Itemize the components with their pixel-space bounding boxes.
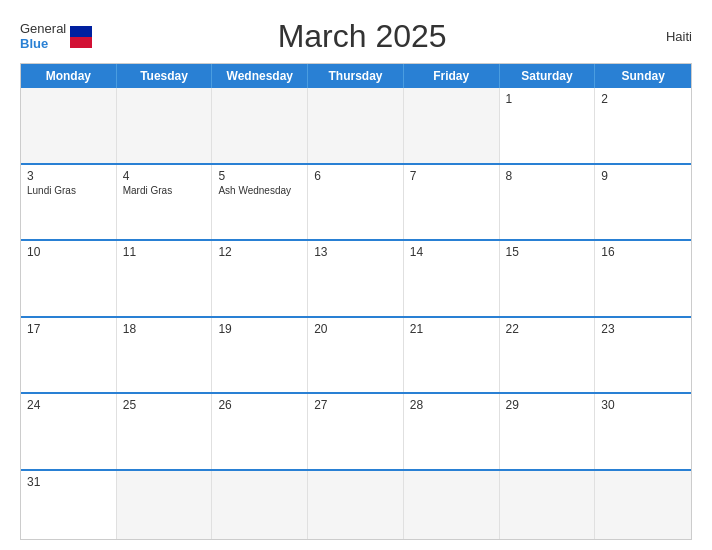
day-number: 30 (601, 398, 685, 412)
cal-cell-r1c0: 3Lundi Gras (21, 165, 117, 240)
event-label: Ash Wednesday (218, 185, 301, 196)
cal-cell-r1c6: 9 (595, 165, 691, 240)
cal-cell-r4c2: 26 (212, 394, 308, 469)
cal-cell-r3c1: 18 (117, 318, 213, 393)
day-number: 20 (314, 322, 397, 336)
cal-cell-r0c2 (212, 88, 308, 163)
cal-cell-r2c0: 10 (21, 241, 117, 316)
cal-cell-r0c3 (308, 88, 404, 163)
cal-cell-r5c1 (117, 471, 213, 539)
day-number: 14 (410, 245, 493, 259)
header: General Blue March 2025 Haiti (20, 18, 692, 55)
logo: General Blue (20, 22, 92, 51)
event-label: Lundi Gras (27, 185, 110, 196)
day-number: 10 (27, 245, 110, 259)
cal-cell-r0c5: 1 (500, 88, 596, 163)
day-number: 7 (410, 169, 493, 183)
logo-blue-text: Blue (20, 37, 66, 51)
cal-cell-r3c6: 23 (595, 318, 691, 393)
day-number: 2 (601, 92, 685, 106)
svg-rect-1 (70, 37, 92, 48)
day-number: 19 (218, 322, 301, 336)
cal-header-thursday: Thursday (308, 64, 404, 88)
cal-header-sunday: Sunday (595, 64, 691, 88)
cal-header-monday: Monday (21, 64, 117, 88)
cal-cell-r4c4: 28 (404, 394, 500, 469)
cal-cell-r2c4: 14 (404, 241, 500, 316)
day-number: 9 (601, 169, 685, 183)
cal-cell-r4c6: 30 (595, 394, 691, 469)
calendar-row-4: 24252627282930 (21, 392, 691, 469)
country-label: Haiti (632, 29, 692, 44)
calendar-row-1: 3Lundi Gras4Mardi Gras5Ash Wednesday6789 (21, 163, 691, 240)
cal-cell-r1c5: 8 (500, 165, 596, 240)
calendar: MondayTuesdayWednesdayThursdayFridaySatu… (20, 63, 692, 540)
cal-cell-r1c1: 4Mardi Gras (117, 165, 213, 240)
cal-cell-r0c4 (404, 88, 500, 163)
cal-cell-r2c2: 12 (212, 241, 308, 316)
cal-header-tuesday: Tuesday (117, 64, 213, 88)
page: General Blue March 2025 Haiti MondayTues… (0, 0, 712, 550)
cal-cell-r5c0: 31 (21, 471, 117, 539)
day-number: 6 (314, 169, 397, 183)
day-number: 11 (123, 245, 206, 259)
cal-cell-r5c6 (595, 471, 691, 539)
calendar-row-0: 12 (21, 88, 691, 163)
cal-cell-r4c3: 27 (308, 394, 404, 469)
day-number: 16 (601, 245, 685, 259)
day-number: 24 (27, 398, 110, 412)
cal-cell-r0c6: 2 (595, 88, 691, 163)
day-number: 31 (27, 475, 110, 489)
cal-cell-r0c1 (117, 88, 213, 163)
cal-cell-r2c6: 16 (595, 241, 691, 316)
cal-cell-r2c3: 13 (308, 241, 404, 316)
day-number: 22 (506, 322, 589, 336)
cal-cell-r3c0: 17 (21, 318, 117, 393)
cal-cell-r4c5: 29 (500, 394, 596, 469)
day-number: 13 (314, 245, 397, 259)
cal-cell-r5c2 (212, 471, 308, 539)
cal-cell-r2c5: 15 (500, 241, 596, 316)
cal-cell-r1c4: 7 (404, 165, 500, 240)
day-number: 12 (218, 245, 301, 259)
logo-general-text: General (20, 22, 66, 36)
cal-cell-r1c3: 6 (308, 165, 404, 240)
calendar-row-3: 17181920212223 (21, 316, 691, 393)
day-number: 17 (27, 322, 110, 336)
day-number: 15 (506, 245, 589, 259)
day-number: 21 (410, 322, 493, 336)
cal-cell-r3c3: 20 (308, 318, 404, 393)
day-number: 23 (601, 322, 685, 336)
day-number: 5 (218, 169, 301, 183)
cal-cell-r1c2: 5Ash Wednesday (212, 165, 308, 240)
cal-header-wednesday: Wednesday (212, 64, 308, 88)
cal-cell-r2c1: 11 (117, 241, 213, 316)
cal-cell-r5c3 (308, 471, 404, 539)
cal-cell-r0c0 (21, 88, 117, 163)
calendar-header: MondayTuesdayWednesdayThursdayFridaySatu… (21, 64, 691, 88)
haiti-flag-icon (70, 26, 92, 48)
svg-rect-0 (70, 26, 92, 37)
day-number: 26 (218, 398, 301, 412)
cal-cell-r3c2: 19 (212, 318, 308, 393)
calendar-row-2: 10111213141516 (21, 239, 691, 316)
day-number: 4 (123, 169, 206, 183)
day-number: 28 (410, 398, 493, 412)
day-number: 3 (27, 169, 110, 183)
cal-cell-r5c4 (404, 471, 500, 539)
day-number: 25 (123, 398, 206, 412)
event-label: Mardi Gras (123, 185, 206, 196)
page-title: March 2025 (92, 18, 632, 55)
day-number: 29 (506, 398, 589, 412)
cal-cell-r4c1: 25 (117, 394, 213, 469)
day-number: 27 (314, 398, 397, 412)
calendar-body: 123Lundi Gras4Mardi Gras5Ash Wednesday67… (21, 88, 691, 539)
cal-cell-r5c5 (500, 471, 596, 539)
calendar-row-5: 31 (21, 469, 691, 539)
cal-header-saturday: Saturday (500, 64, 596, 88)
cal-cell-r4c0: 24 (21, 394, 117, 469)
day-number: 18 (123, 322, 206, 336)
day-number: 8 (506, 169, 589, 183)
cal-header-friday: Friday (404, 64, 500, 88)
cal-cell-r3c4: 21 (404, 318, 500, 393)
